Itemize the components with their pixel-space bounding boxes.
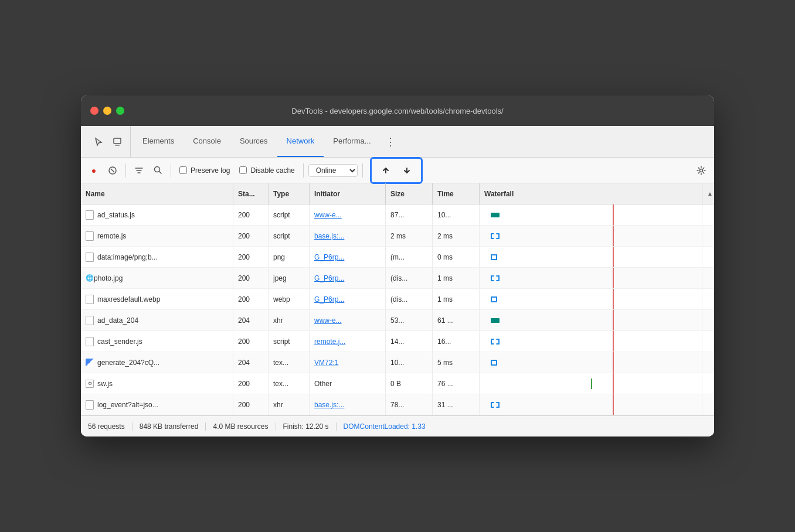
close-button[interactable] <box>90 107 98 115</box>
cell-waterfall <box>480 247 702 267</box>
cell-initiator: base.js:... <box>310 226 386 246</box>
maximize-button[interactable] <box>116 107 124 115</box>
cell-time: 2 ms <box>433 226 480 246</box>
svg-rect-1 <box>115 145 120 146</box>
cell-status: 204 <box>233 352 269 373</box>
svg-line-5 <box>159 172 161 174</box>
cell-name: cast_sender.js <box>81 331 233 352</box>
traffic-lights <box>90 107 124 115</box>
table-row[interactable]: data:image/png;b... 200 png G_P6rp... (m… <box>81 247 714 268</box>
preserve-log-checkbox[interactable]: Preserve log <box>176 166 233 175</box>
cell-initiator: www-e... <box>310 310 386 330</box>
table-row[interactable]: maxresdefault.webp 200 webp G_P6rp... (d… <box>81 289 714 310</box>
cell-extra <box>702 373 714 394</box>
table-row[interactable]: generate_204?cQ... 204 tex... VM72:1 10.… <box>81 352 714 373</box>
upload-button[interactable] <box>376 161 395 180</box>
tab-performance[interactable]: Performa... <box>324 126 380 157</box>
table-row[interactable]: 🌐 photo.jpg 200 jpeg G_P6rp... (dis... 1… <box>81 268 714 289</box>
th-initiator[interactable]: Initiator <box>310 183 386 204</box>
th-type[interactable]: Type <box>269 183 310 204</box>
cell-type: tex... <box>269 373 310 394</box>
th-sort[interactable]: ▲ <box>702 183 714 204</box>
tab-console[interactable]: Console <box>184 126 230 157</box>
disable-cache-checkbox[interactable]: Disable cache <box>236 166 298 175</box>
resources-size: 4.0 MB resources <box>206 422 276 431</box>
cell-name: ad_status.js <box>81 204 233 225</box>
th-size[interactable]: Size <box>386 183 433 204</box>
cell-time: 1 ms <box>433 289 480 309</box>
cell-size: 2 ms <box>386 226 433 246</box>
cell-size: 14... <box>386 331 433 352</box>
cell-initiator: VM72:1 <box>310 352 386 373</box>
cell-size: 53... <box>386 310 433 330</box>
cell-extra <box>702 331 714 352</box>
requests-count: 56 requests <box>88 422 132 431</box>
cell-type: script <box>269 226 310 246</box>
table-row[interactable]: ⚙ sw.js 200 tex... Other 0 B 76 ... <box>81 373 714 394</box>
th-time[interactable]: Time <box>433 183 480 204</box>
cell-type: tex... <box>269 352 310 373</box>
cell-waterfall <box>480 268 702 288</box>
kb-transferred: 848 KB transferred <box>132 422 206 431</box>
cell-name: ⚙ sw.js <box>81 373 233 394</box>
tab-network[interactable]: Network <box>277 126 324 157</box>
filter-button[interactable] <box>131 162 147 179</box>
cell-waterfall <box>480 289 702 309</box>
cell-time: 0 ms <box>433 247 480 267</box>
cell-status: 200 <box>233 331 269 352</box>
more-tabs-button[interactable]: ⋮ <box>380 126 400 157</box>
table-row[interactable]: log_event?alt=jso... 200 xhr base.js:...… <box>81 394 714 415</box>
tab-elements[interactable]: Elements <box>133 126 184 157</box>
th-waterfall[interactable]: Waterfall <box>480 183 702 204</box>
cell-status: 204 <box>233 310 269 330</box>
cell-size: (dis... <box>386 268 433 288</box>
cell-time: 16... <box>433 331 480 352</box>
inspect-icon[interactable] <box>109 134 125 150</box>
download-button[interactable] <box>398 161 416 180</box>
clear-button[interactable] <box>104 162 121 179</box>
tabs-bar: Elements Console Sources Network Perform… <box>81 126 714 158</box>
cell-size: (m... <box>386 247 433 267</box>
table-body: ad_status.js 200 script www-e... 87... 1… <box>81 204 714 415</box>
cell-initiator: G_P6rp... <box>310 289 386 309</box>
cell-waterfall <box>480 204 702 225</box>
th-status[interactable]: Sta... <box>233 183 269 204</box>
cell-type: script <box>269 204 310 225</box>
cell-extra <box>702 394 714 415</box>
search-button[interactable] <box>150 162 166 179</box>
cell-extra <box>702 352 714 373</box>
cursor-icon[interactable] <box>90 134 107 150</box>
table-row[interactable]: cast_sender.js 200 script remote.j... 14… <box>81 331 714 352</box>
cell-size: 10... <box>386 352 433 373</box>
throttling-select[interactable]: Online Fast 3G Slow 3G Offline <box>308 164 358 177</box>
cell-status: 200 <box>233 226 269 246</box>
cell-status: 200 <box>233 289 269 309</box>
table-row[interactable]: ad_data_204 204 xhr www-e... 53... 61 ..… <box>81 310 714 331</box>
network-toolbar: ● Preserve log Disable cache <box>81 158 714 183</box>
divider-2 <box>171 163 171 178</box>
table-row[interactable]: remote.js 200 script base.js:... 2 ms 2 … <box>81 226 714 247</box>
cell-initiator: G_P6rp... <box>310 247 386 267</box>
titlebar: DevTools - developers.google.com/web/too… <box>81 96 714 126</box>
settings-button[interactable] <box>693 162 709 179</box>
table-row[interactable]: ad_status.js 200 script www-e... 87... 1… <box>81 204 714 226</box>
divider-4 <box>362 163 363 178</box>
table-header: Name Sta... Type Initiator Size Time Wat… <box>81 183 714 204</box>
dom-content-loaded: DOMContentLoaded: 1.33 <box>337 422 426 431</box>
th-name[interactable]: Name <box>81 183 233 204</box>
svg-line-3 <box>111 169 114 172</box>
cell-extra <box>702 204 714 225</box>
cell-waterfall <box>480 331 702 352</box>
cell-size: 0 B <box>386 373 433 394</box>
cell-waterfall <box>480 373 702 394</box>
tab-sources[interactable]: Sources <box>230 126 277 157</box>
cell-initiator: base.js:... <box>310 394 386 415</box>
cell-initiator: G_P6rp... <box>310 268 386 288</box>
cell-size: 78... <box>386 394 433 415</box>
cell-status: 200 <box>233 204 269 225</box>
minimize-button[interactable] <box>103 107 111 115</box>
cell-type: script <box>269 331 310 352</box>
cell-initiator: www-e... <box>310 204 386 225</box>
record-button[interactable]: ● <box>86 162 102 179</box>
cell-name: log_event?alt=jso... <box>81 394 233 415</box>
